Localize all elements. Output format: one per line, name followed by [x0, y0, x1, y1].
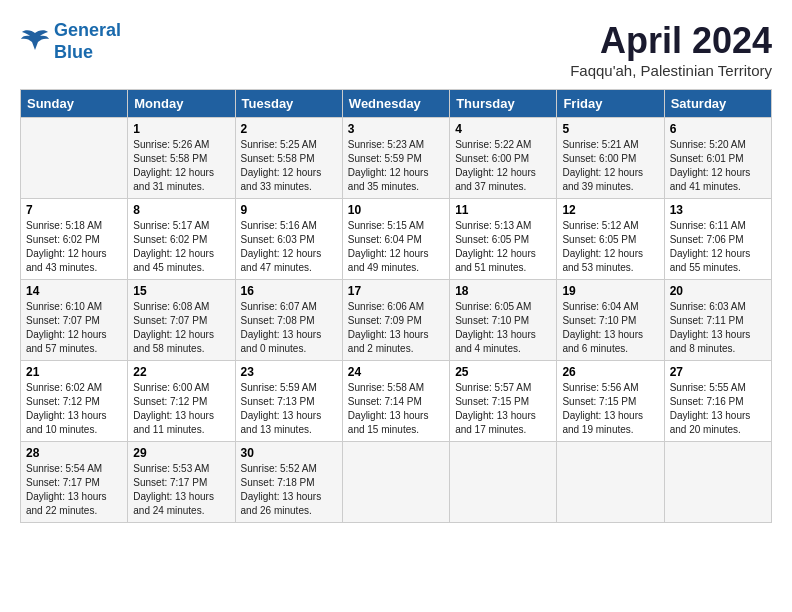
- day-cell: 20Sunrise: 6:03 AM Sunset: 7:11 PM Dayli…: [664, 280, 771, 361]
- header-cell-wednesday: Wednesday: [342, 90, 449, 118]
- day-cell: 10Sunrise: 5:15 AM Sunset: 6:04 PM Dayli…: [342, 199, 449, 280]
- header-cell-friday: Friday: [557, 90, 664, 118]
- day-cell: 25Sunrise: 5:57 AM Sunset: 7:15 PM Dayli…: [450, 361, 557, 442]
- header-cell-sunday: Sunday: [21, 90, 128, 118]
- week-row-1: 1Sunrise: 5:26 AM Sunset: 5:58 PM Daylig…: [21, 118, 772, 199]
- day-number: 27: [670, 365, 766, 379]
- day-number: 7: [26, 203, 122, 217]
- day-cell: 22Sunrise: 6:00 AM Sunset: 7:12 PM Dayli…: [128, 361, 235, 442]
- day-number: 10: [348, 203, 444, 217]
- day-cell: 19Sunrise: 6:04 AM Sunset: 7:10 PM Dayli…: [557, 280, 664, 361]
- day-cell: 29Sunrise: 5:53 AM Sunset: 7:17 PM Dayli…: [128, 442, 235, 523]
- day-info: Sunrise: 6:04 AM Sunset: 7:10 PM Dayligh…: [562, 300, 658, 356]
- day-info: Sunrise: 6:06 AM Sunset: 7:09 PM Dayligh…: [348, 300, 444, 356]
- day-cell: 14Sunrise: 6:10 AM Sunset: 7:07 PM Dayli…: [21, 280, 128, 361]
- day-cell: 15Sunrise: 6:08 AM Sunset: 7:07 PM Dayli…: [128, 280, 235, 361]
- day-cell: 23Sunrise: 5:59 AM Sunset: 7:13 PM Dayli…: [235, 361, 342, 442]
- day-number: 20: [670, 284, 766, 298]
- day-number: 30: [241, 446, 337, 460]
- day-cell: [557, 442, 664, 523]
- day-number: 21: [26, 365, 122, 379]
- header-cell-saturday: Saturday: [664, 90, 771, 118]
- day-cell: 4Sunrise: 5:22 AM Sunset: 6:00 PM Daylig…: [450, 118, 557, 199]
- day-info: Sunrise: 6:03 AM Sunset: 7:11 PM Dayligh…: [670, 300, 766, 356]
- header: General Blue April 2024 Faqqu'ah, Palest…: [20, 20, 772, 79]
- day-number: 8: [133, 203, 229, 217]
- day-cell: 1Sunrise: 5:26 AM Sunset: 5:58 PM Daylig…: [128, 118, 235, 199]
- day-info: Sunrise: 5:59 AM Sunset: 7:13 PM Dayligh…: [241, 381, 337, 437]
- day-cell: 18Sunrise: 6:05 AM Sunset: 7:10 PM Dayli…: [450, 280, 557, 361]
- day-number: 12: [562, 203, 658, 217]
- day-number: 9: [241, 203, 337, 217]
- day-info: Sunrise: 5:18 AM Sunset: 6:02 PM Dayligh…: [26, 219, 122, 275]
- day-cell: 5Sunrise: 5:21 AM Sunset: 6:00 PM Daylig…: [557, 118, 664, 199]
- day-info: Sunrise: 5:25 AM Sunset: 5:58 PM Dayligh…: [241, 138, 337, 194]
- day-number: 28: [26, 446, 122, 460]
- day-cell: 7Sunrise: 5:18 AM Sunset: 6:02 PM Daylig…: [21, 199, 128, 280]
- day-info: Sunrise: 5:22 AM Sunset: 6:00 PM Dayligh…: [455, 138, 551, 194]
- logo-text: General Blue: [54, 20, 121, 63]
- day-number: 25: [455, 365, 551, 379]
- day-info: Sunrise: 6:00 AM Sunset: 7:12 PM Dayligh…: [133, 381, 229, 437]
- week-row-5: 28Sunrise: 5:54 AM Sunset: 7:17 PM Dayli…: [21, 442, 772, 523]
- location-subtitle: Faqqu'ah, Palestinian Territory: [570, 62, 772, 79]
- month-title: April 2024: [570, 20, 772, 62]
- day-cell: 13Sunrise: 6:11 AM Sunset: 7:06 PM Dayli…: [664, 199, 771, 280]
- day-info: Sunrise: 5:54 AM Sunset: 7:17 PM Dayligh…: [26, 462, 122, 518]
- day-info: Sunrise: 6:02 AM Sunset: 7:12 PM Dayligh…: [26, 381, 122, 437]
- day-cell: [450, 442, 557, 523]
- day-cell: [342, 442, 449, 523]
- day-cell: 11Sunrise: 5:13 AM Sunset: 6:05 PM Dayli…: [450, 199, 557, 280]
- day-number: 24: [348, 365, 444, 379]
- day-cell: [21, 118, 128, 199]
- day-number: 18: [455, 284, 551, 298]
- day-cell: 21Sunrise: 6:02 AM Sunset: 7:12 PM Dayli…: [21, 361, 128, 442]
- day-info: Sunrise: 5:23 AM Sunset: 5:59 PM Dayligh…: [348, 138, 444, 194]
- day-cell: 28Sunrise: 5:54 AM Sunset: 7:17 PM Dayli…: [21, 442, 128, 523]
- header-cell-thursday: Thursday: [450, 90, 557, 118]
- day-info: Sunrise: 5:16 AM Sunset: 6:03 PM Dayligh…: [241, 219, 337, 275]
- day-cell: 30Sunrise: 5:52 AM Sunset: 7:18 PM Dayli…: [235, 442, 342, 523]
- day-cell: 24Sunrise: 5:58 AM Sunset: 7:14 PM Dayli…: [342, 361, 449, 442]
- day-number: 15: [133, 284, 229, 298]
- day-number: 6: [670, 122, 766, 136]
- day-info: Sunrise: 6:05 AM Sunset: 7:10 PM Dayligh…: [455, 300, 551, 356]
- day-number: 26: [562, 365, 658, 379]
- calendar-table: SundayMondayTuesdayWednesdayThursdayFrid…: [20, 89, 772, 523]
- day-info: Sunrise: 5:58 AM Sunset: 7:14 PM Dayligh…: [348, 381, 444, 437]
- day-number: 14: [26, 284, 122, 298]
- title-section: April 2024 Faqqu'ah, Palestinian Territo…: [570, 20, 772, 79]
- day-number: 1: [133, 122, 229, 136]
- day-info: Sunrise: 5:15 AM Sunset: 6:04 PM Dayligh…: [348, 219, 444, 275]
- day-number: 29: [133, 446, 229, 460]
- day-number: 13: [670, 203, 766, 217]
- day-cell: 27Sunrise: 5:55 AM Sunset: 7:16 PM Dayli…: [664, 361, 771, 442]
- day-cell: 12Sunrise: 5:12 AM Sunset: 6:05 PM Dayli…: [557, 199, 664, 280]
- header-cell-tuesday: Tuesday: [235, 90, 342, 118]
- day-info: Sunrise: 5:53 AM Sunset: 7:17 PM Dayligh…: [133, 462, 229, 518]
- day-info: Sunrise: 5:55 AM Sunset: 7:16 PM Dayligh…: [670, 381, 766, 437]
- day-cell: 8Sunrise: 5:17 AM Sunset: 6:02 PM Daylig…: [128, 199, 235, 280]
- day-info: Sunrise: 6:10 AM Sunset: 7:07 PM Dayligh…: [26, 300, 122, 356]
- day-info: Sunrise: 5:17 AM Sunset: 6:02 PM Dayligh…: [133, 219, 229, 275]
- header-row: SundayMondayTuesdayWednesdayThursdayFrid…: [21, 90, 772, 118]
- day-number: 2: [241, 122, 337, 136]
- header-cell-monday: Monday: [128, 90, 235, 118]
- day-cell: 9Sunrise: 5:16 AM Sunset: 6:03 PM Daylig…: [235, 199, 342, 280]
- day-cell: 26Sunrise: 5:56 AM Sunset: 7:15 PM Dayli…: [557, 361, 664, 442]
- day-cell: 2Sunrise: 5:25 AM Sunset: 5:58 PM Daylig…: [235, 118, 342, 199]
- day-info: Sunrise: 5:20 AM Sunset: 6:01 PM Dayligh…: [670, 138, 766, 194]
- day-info: Sunrise: 6:11 AM Sunset: 7:06 PM Dayligh…: [670, 219, 766, 275]
- day-cell: [664, 442, 771, 523]
- day-number: 11: [455, 203, 551, 217]
- day-cell: 16Sunrise: 6:07 AM Sunset: 7:08 PM Dayli…: [235, 280, 342, 361]
- day-number: 17: [348, 284, 444, 298]
- day-info: Sunrise: 5:21 AM Sunset: 6:00 PM Dayligh…: [562, 138, 658, 194]
- week-row-3: 14Sunrise: 6:10 AM Sunset: 7:07 PM Dayli…: [21, 280, 772, 361]
- day-info: Sunrise: 5:52 AM Sunset: 7:18 PM Dayligh…: [241, 462, 337, 518]
- day-number: 3: [348, 122, 444, 136]
- week-row-4: 21Sunrise: 6:02 AM Sunset: 7:12 PM Dayli…: [21, 361, 772, 442]
- day-number: 22: [133, 365, 229, 379]
- day-cell: 6Sunrise: 5:20 AM Sunset: 6:01 PM Daylig…: [664, 118, 771, 199]
- day-number: 16: [241, 284, 337, 298]
